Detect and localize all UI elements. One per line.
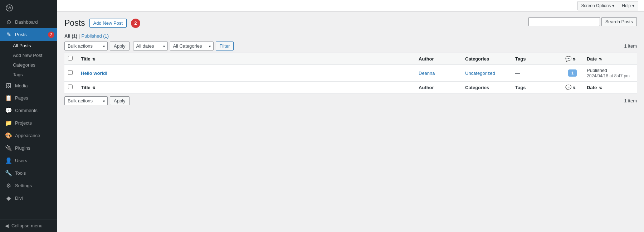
- submenu-all-posts[interactable]: All Posts: [0, 41, 57, 50]
- sidebar-item-projects[interactable]: 📁 Projects: [0, 117, 57, 129]
- post-status: Published: [587, 68, 607, 73]
- comments-footer-icon: 💬: [565, 84, 571, 90]
- category-filter-wrap: All Categories Uncategorized ▾: [170, 42, 214, 50]
- sidebar-item-label: Projects: [15, 120, 32, 126]
- tfoot-checkbox: [64, 82, 77, 93]
- posts-badge: 2: [48, 32, 54, 38]
- media-icon: 🖼: [5, 82, 12, 89]
- category-link[interactable]: Uncategorized: [465, 71, 495, 76]
- sidebar-item-label: Divi: [15, 195, 23, 201]
- bulk-actions-select-wrap-bottom: Bulk actionsEditMove to Trash ▾: [64, 96, 108, 105]
- th-author: Author: [415, 53, 462, 65]
- comments-icon: 💬: [5, 107, 12, 114]
- help-button[interactable]: Help ▾: [618, 1, 638, 10]
- row-tags-cell: —: [512, 65, 562, 82]
- row-checkbox[interactable]: [68, 70, 73, 75]
- select-all-checkbox[interactable]: [68, 56, 73, 61]
- bulk-actions-select-bottom[interactable]: Bulk actionsEditMove to Trash: [64, 96, 108, 105]
- dashboard-icon: ⊙: [5, 19, 12, 25]
- tfoot-author: Author: [415, 82, 462, 93]
- main-content: Screen Options ▾ Help ▾ Posts Add New Po…: [57, 0, 644, 232]
- comment-count-bubble[interactable]: 1: [568, 69, 577, 77]
- apply-button-top[interactable]: Apply: [110, 42, 130, 50]
- new-posts-badge: 2: [131, 19, 140, 28]
- sort-comments-footer-icon: ⇅: [573, 86, 576, 90]
- sidebar-item-comments[interactable]: 💬 Comments: [0, 104, 57, 117]
- sidebar-item-label: Media: [15, 83, 28, 88]
- bulk-actions-select-top[interactable]: Bulk actionsEditMove to Trash: [64, 42, 108, 50]
- plugins-icon: 🔌: [5, 145, 12, 151]
- sort-title-footer-icon: ⇅: [92, 86, 95, 90]
- sort-title-icon: ⇅: [92, 57, 95, 61]
- sidebar-item-label: Pages: [15, 95, 28, 101]
- posts-icon: ✎: [5, 31, 12, 38]
- th-comments: 💬 ⇅: [562, 53, 583, 65]
- screen-options-chevron-icon: ▾: [612, 3, 614, 8]
- divi-icon: ◆: [5, 195, 12, 202]
- sidebar-item-label: Comments: [15, 108, 38, 113]
- bulk-actions-select-wrap-top: Bulk actionsEditMove to Trash ▾: [64, 42, 108, 50]
- sidebar-item-pages[interactable]: 📋 Pages: [0, 92, 57, 104]
- sort-date-link[interactable]: Date ⇅: [587, 56, 602, 62]
- sidebar-item-tools[interactable]: 🔧 Tools: [0, 167, 57, 179]
- table-header-row: Title ⇅ Author Categories Tags 💬 ⇅ Date: [64, 53, 637, 65]
- row-author-cell: Deanna: [415, 65, 462, 82]
- sidebar-item-posts[interactable]: ✎ Posts 2: [0, 28, 57, 41]
- th-title: Title ⇅: [77, 53, 415, 65]
- submenu-add-new[interactable]: Add New Post: [0, 50, 57, 60]
- sidebar-item-label: Plugins: [15, 145, 30, 151]
- filter-button[interactable]: Filter: [216, 42, 234, 50]
- sidebar-item-media[interactable]: 🖼 Media: [0, 79, 57, 92]
- tools-icon: 🔧: [5, 170, 12, 177]
- table-row: Hello world! Deanna Uncategorized — 1: [64, 65, 637, 82]
- submenu-categories[interactable]: Categories: [0, 60, 57, 70]
- th-categories: Categories: [462, 53, 512, 65]
- sort-title-link[interactable]: Title ⇅: [81, 56, 95, 62]
- post-title-link[interactable]: Hello world!: [81, 71, 107, 76]
- sidebar-item-dashboard[interactable]: ⊙ Dashboard: [0, 16, 57, 28]
- row-title-cell: Hello world!: [77, 65, 415, 82]
- apply-button-bottom[interactable]: Apply: [110, 96, 130, 105]
- sidebar: W ⊙ Dashboard ✎ Posts 2 All Posts Add Ne…: [0, 0, 57, 232]
- date-filter-select[interactable]: All dates April 2024: [133, 42, 168, 50]
- filter-all[interactable]: All (1): [64, 33, 77, 39]
- posts-table: Title ⇅ Author Categories Tags 💬 ⇅ Date: [64, 53, 637, 93]
- content-area: Posts Add New Post 2 Search Posts All (1…: [57, 11, 644, 232]
- sidebar-item-appearance[interactable]: 🎨 Appearance: [0, 129, 57, 142]
- add-new-post-button[interactable]: Add New Post: [89, 19, 127, 28]
- row-categories-cell: Uncategorized: [462, 65, 512, 82]
- sidebar-item-label: Settings: [15, 183, 32, 188]
- sidebar-item-users[interactable]: 👤 Users: [0, 154, 57, 167]
- collapse-icon: ◀: [5, 223, 9, 228]
- users-icon: 👤: [5, 157, 12, 164]
- sidebar-item-settings[interactable]: ⚙ Settings: [0, 179, 57, 192]
- topbar: Screen Options ▾ Help ▾: [57, 0, 644, 11]
- sidebar-item-label: Tools: [15, 170, 26, 176]
- sort-date-footer-link[interactable]: Date ⇅: [587, 85, 602, 90]
- sidebar-item-label: Posts: [15, 32, 27, 37]
- th-checkbox: [64, 53, 77, 65]
- category-filter-select[interactable]: All Categories Uncategorized: [170, 42, 214, 50]
- sidebar-item-plugins[interactable]: 🔌 Plugins: [0, 142, 57, 154]
- page-header: Posts Add New Post 2 Search Posts: [64, 17, 637, 29]
- toolbar-top: Bulk actionsEditMove to Trash ▾ Apply Al…: [64, 42, 637, 50]
- filter-published[interactable]: Published (1): [82, 33, 109, 39]
- search-input[interactable]: [528, 17, 600, 26]
- author-link[interactable]: Deanna: [419, 71, 435, 76]
- row-date-cell: Published 2024/04/18 at 8:47 pm: [583, 65, 637, 82]
- submenu-tags[interactable]: Tags: [0, 70, 57, 79]
- post-date: 2024/04/18 at 8:47 pm: [587, 73, 630, 78]
- tfoot-categories: Categories: [462, 82, 512, 93]
- date-filter-wrap: All dates April 2024 ▾: [133, 42, 168, 50]
- sort-title-footer-link[interactable]: Title ⇅: [81, 85, 95, 90]
- tfoot-comments: 💬 ⇅: [562, 82, 583, 93]
- select-all-footer-checkbox[interactable]: [68, 84, 73, 89]
- help-chevron-icon: ▾: [632, 3, 634, 8]
- collapse-menu-button[interactable]: ◀ Collapse menu: [0, 219, 57, 232]
- screen-options-button[interactable]: Screen Options ▾: [577, 1, 619, 10]
- sidebar-item-divi[interactable]: ◆ Divi: [0, 192, 57, 204]
- search-posts-button[interactable]: Search Posts: [601, 17, 637, 26]
- projects-icon: 📁: [5, 120, 12, 126]
- tfoot-tags: Tags: [512, 82, 562, 93]
- appearance-icon: 🎨: [5, 132, 12, 139]
